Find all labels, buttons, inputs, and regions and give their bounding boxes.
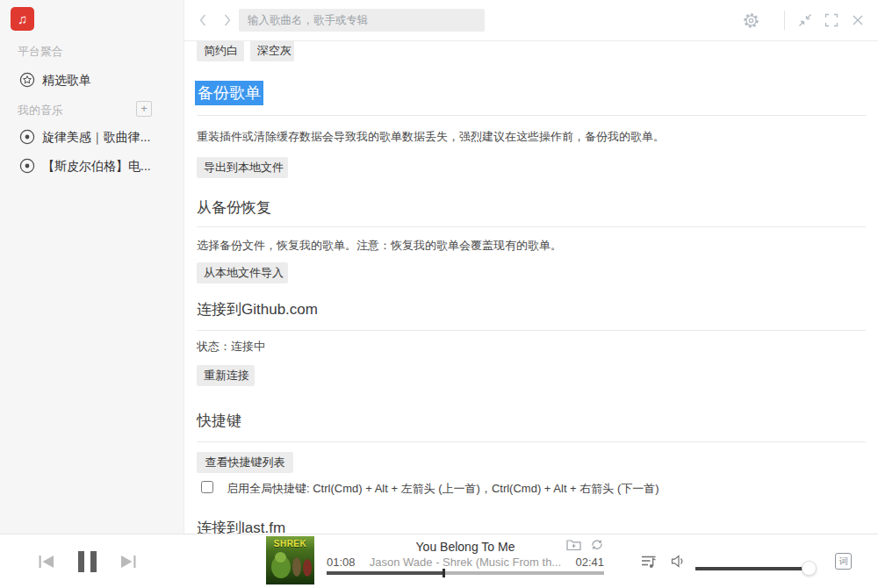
volume-level [695, 567, 809, 570]
previous-track-icon[interactable] [39, 556, 55, 568]
progress-bar[interactable] [327, 571, 604, 575]
total-time: 02:41 [575, 556, 604, 569]
sidebar-section-my-music: 我的音乐 [18, 103, 63, 118]
progress-played [327, 571, 444, 575]
album-art[interactable]: SHREK [266, 536, 314, 584]
sidebar-section-platform: 平台聚合 [18, 44, 63, 60]
theme-dark-button[interactable]: 深空灰 [250, 41, 294, 61]
app-logo-music-icon: ♫ [11, 7, 34, 31]
settings-page: 简约白 深空灰 备份歌单 重装插件或清除缓存数据会导致我的歌单数据丢失，强烈建议… [184, 41, 878, 534]
restore-description: 选择备份文件，恢复我的歌单。注意：恢复我的歌单会覆盖现有的歌单。 [197, 238, 866, 253]
titlebar [184, 0, 878, 41]
song-title: You Belong To Me [327, 540, 604, 554]
volume-knob[interactable] [802, 561, 817, 576]
lastfm-section-title: 连接到last.fm [197, 518, 285, 534]
add-playlist-button[interactable]: + [136, 101, 152, 117]
elapsed-time: 01:08 [327, 556, 356, 569]
pause-bar [90, 551, 97, 572]
record-icon [19, 129, 35, 145]
mini-mode-icon[interactable] [797, 12, 813, 28]
sidebar-item-playlist-1[interactable]: 旋律美感｜歌曲律... [19, 129, 174, 147]
playlist-name: 旋律美感｜歌曲律... [42, 130, 150, 146]
fullscreen-icon[interactable] [824, 12, 839, 28]
app-window: ♫ 平台聚合 精选歌单 我的音乐 + 旋律美感｜歌曲律... 【斯皮尔伯格】电.… [0, 0, 878, 588]
sidebar-item-playlist-2[interactable]: 【斯皮尔伯格】电... [19, 158, 174, 176]
import-local-file-button[interactable]: 从本地文件导入 [197, 262, 288, 283]
now-playing-list-icon[interactable] [641, 555, 657, 569]
settings-gear-icon[interactable] [743, 12, 759, 29]
close-icon[interactable] [851, 13, 865, 27]
volume-speaker-icon[interactable] [671, 555, 686, 568]
github-status-text: 状态：连接中 [197, 339, 866, 354]
section-divider [197, 330, 866, 331]
lyrics-toggle-button[interactable]: 词 [835, 553, 852, 570]
volume-slider[interactable] [695, 567, 809, 570]
section-divider [197, 226, 866, 227]
sidebar-item-featured-playlists[interactable]: 精选歌单 [19, 72, 174, 90]
progress-handle[interactable] [443, 569, 445, 577]
hotkeys-section-title: 快捷键 [197, 411, 241, 431]
album-art-title: SHREK [266, 539, 314, 549]
album-art-figure [292, 557, 301, 577]
artist-album-text: Jason Wade - Shrek (Music From th... [353, 556, 578, 569]
global-hotkey-label[interactable]: 启用全局快捷键: Ctrl(Cmd) + Alt + 左箭头 (上一首)，Ctr… [227, 481, 659, 497]
sidebar: ♫ 平台聚合 精选歌单 我的音乐 + 旋律美感｜歌曲律... 【斯皮尔伯格】电.… [0, 0, 184, 534]
track-info: You Belong To Me 01:08 Jason Wade - Shre… [327, 534, 604, 588]
loop-mode-icon[interactable] [590, 538, 604, 551]
titlebar-divider [784, 11, 785, 30]
record-icon [19, 158, 35, 174]
view-hotkeys-button[interactable]: 查看快捷键列表 [197, 452, 293, 473]
sidebar-item-label: 精选歌单 [42, 73, 91, 89]
star-circle-icon [19, 72, 35, 88]
next-track-icon[interactable] [119, 556, 136, 568]
search-input[interactable] [239, 9, 485, 32]
album-art-figure [275, 552, 286, 563]
forward-arrow-icon[interactable] [220, 11, 235, 30]
playlist-name: 【斯皮尔伯格】电... [42, 159, 151, 175]
pause-button[interactable] [78, 551, 97, 572]
pause-bar [78, 551, 84, 572]
add-to-playlist-icon[interactable] [566, 538, 581, 551]
github-section-title: 连接到Github.com [197, 299, 318, 319]
album-art-figure [303, 559, 312, 577]
export-local-file-button[interactable]: 导出到本地文件 [197, 157, 288, 178]
theme-white-button[interactable]: 简约白 [197, 41, 244, 61]
backup-section-title-selected: 备份歌单 [195, 81, 263, 105]
backup-description: 重装插件或清除缓存数据会导致我的歌单数据丢失，强烈建议在这些操作前，备份我的歌单… [197, 129, 866, 144]
reconnect-button[interactable]: 重新连接 [197, 365, 255, 386]
restore-section-title: 从备份恢复 [197, 197, 271, 218]
section-divider [197, 441, 866, 442]
global-hotkey-checkbox[interactable] [201, 481, 213, 493]
player-bar: SHREK You Belong To Me 0 [0, 534, 878, 588]
back-arrow-icon[interactable] [195, 11, 211, 30]
section-divider [197, 115, 866, 116]
